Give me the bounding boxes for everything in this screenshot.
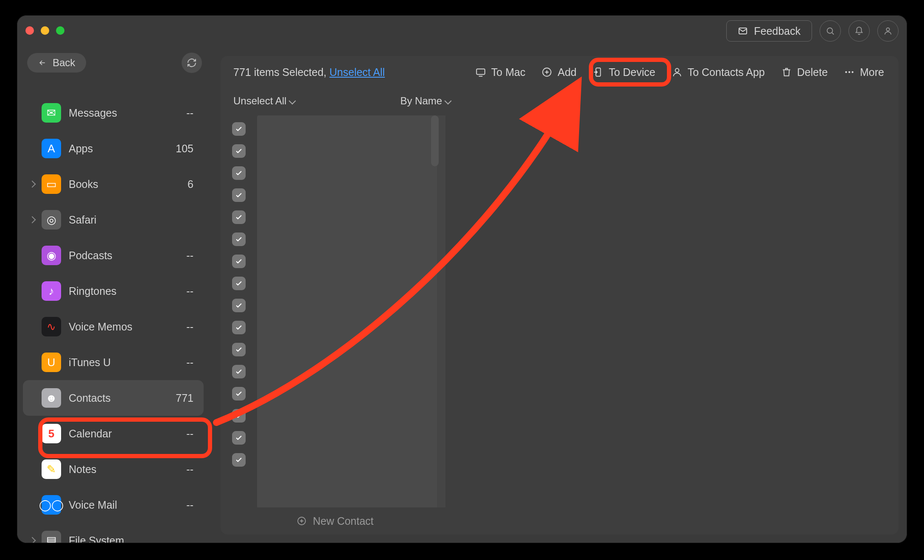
new-contact-button[interactable]: New Contact <box>221 507 450 535</box>
contact-row-checkbox[interactable] <box>232 343 246 356</box>
sidebar-item-safari[interactable]: ◎Safari <box>23 202 204 238</box>
sidebar-item-label: Safari <box>69 214 186 226</box>
search-icon <box>826 26 835 36</box>
content-panel: 771 items Selected, Unselect All To Mac … <box>221 56 899 535</box>
svg-point-8 <box>848 71 850 73</box>
check-icon <box>235 235 243 243</box>
search-button[interactable] <box>820 20 841 42</box>
sidebar-item-ringtones[interactable]: ♪Ringtones-- <box>23 273 204 309</box>
sidebar-item-apps[interactable]: AApps105 <box>23 131 204 166</box>
contact-list-panel[interactable] <box>257 115 437 507</box>
select-all-dropdown[interactable]: Unselect All <box>233 95 295 107</box>
sidebar-item-voicemail[interactable]: ◯◯Voice Mail-- <box>23 487 204 523</box>
feedback-button[interactable]: Feedback <box>726 20 812 42</box>
contact-row-checkbox[interactable] <box>232 210 246 224</box>
apps-icon: A <box>42 139 61 158</box>
contact-row-checkbox[interactable] <box>232 365 246 378</box>
sidebar-item-voicememos[interactable]: ∿Voice Memos-- <box>23 309 204 344</box>
close-window-button[interactable] <box>25 26 34 35</box>
back-label: Back <box>53 57 75 69</box>
sidebar-item-contacts[interactable]: ☻Contacts771 <box>23 380 204 416</box>
sort-label: By Name <box>400 95 442 107</box>
to-contacts-app-button[interactable]: To Contacts App <box>670 64 767 81</box>
sidebar-item-label: Books <box>69 178 180 190</box>
sidebar-header: Back <box>17 49 212 76</box>
sidebar-item-books[interactable]: ▭Books6 <box>23 166 204 202</box>
account-button[interactable] <box>877 20 899 42</box>
sidebar-item-messages[interactable]: ✉Messages-- <box>23 95 204 131</box>
list-subtoolbar: Unselect All By Name <box>221 88 899 114</box>
contact-row-checkbox[interactable] <box>232 299 246 312</box>
to-device-button[interactable]: To Device <box>591 64 657 81</box>
delete-button[interactable]: Delete <box>779 64 829 81</box>
check-icon <box>235 280 243 287</box>
contact-row-checkbox[interactable] <box>232 321 246 334</box>
contact-row-checkbox[interactable] <box>232 409 246 423</box>
toolbar: 771 items Selected, Unselect All To Mac … <box>221 56 899 88</box>
filesystem-icon: ▤ <box>42 531 61 543</box>
sidebar-item-count: -- <box>186 428 193 440</box>
to-device-label: To Device <box>609 66 655 78</box>
contact-row-checkbox[interactable] <box>232 431 246 445</box>
contact-row-checkbox[interactable] <box>232 166 246 180</box>
sidebar-item-itunesu[interactable]: UiTunes U-- <box>23 344 204 380</box>
chevron-down-icon <box>289 98 296 105</box>
check-icon <box>235 169 243 177</box>
minimize-window-button[interactable] <box>41 26 49 35</box>
unselect-all-link[interactable]: Unselect All <box>330 66 385 78</box>
list-scrollbar-track[interactable] <box>437 115 445 507</box>
contact-row-checkbox[interactable] <box>232 122 246 136</box>
svg-point-9 <box>851 71 853 73</box>
podcasts-icon: ◉ <box>42 246 61 265</box>
contact-row-checkbox[interactable] <box>232 232 246 246</box>
list-scrollbar-thumb[interactable] <box>431 115 439 166</box>
svg-point-7 <box>845 71 847 73</box>
more-button[interactable]: More <box>842 64 886 81</box>
back-button[interactable]: Back <box>27 53 86 73</box>
sidebar-item-label: Ringtones <box>69 285 179 297</box>
contact-row-checkbox[interactable] <box>232 453 246 467</box>
contact-row-checkbox[interactable] <box>232 188 246 202</box>
plus-circle-icon <box>541 67 552 78</box>
sidebar-item-label: Notes <box>69 463 179 476</box>
add-button[interactable]: Add <box>540 64 578 81</box>
sidebar-item-calendar[interactable]: 5Calendar-- <box>23 416 204 451</box>
check-icon <box>235 125 243 133</box>
sidebar-item-podcasts[interactable]: ◉Podcasts-- <box>23 238 204 273</box>
contact-row-checkbox[interactable] <box>232 387 246 400</box>
category-list: ✉Messages--AApps105▭Books6◎Safari◉Podcas… <box>17 95 212 543</box>
to-contacts-app-label: To Contacts App <box>688 66 765 78</box>
sidebar-item-label: Voice Memos <box>69 321 179 333</box>
sidebar-item-label: Voice Mail <box>69 499 179 511</box>
check-icon <box>235 412 243 420</box>
select-all-label: Unselect All <box>233 95 286 107</box>
fullscreen-window-button[interactable] <box>56 26 64 35</box>
add-label: Add <box>557 66 576 78</box>
sidebar-item-count: -- <box>186 499 193 511</box>
sidebar-item-notes[interactable]: ✎Notes-- <box>23 451 204 487</box>
safari-icon: ◎ <box>42 210 61 230</box>
notes-icon: ✎ <box>42 459 61 479</box>
checkbox-column <box>221 114 257 507</box>
refresh-icon <box>187 58 197 68</box>
sort-dropdown[interactable]: By Name <box>400 95 451 107</box>
check-icon <box>235 346 243 353</box>
refresh-button[interactable] <box>182 53 202 73</box>
sidebar-item-filesystem[interactable]: ▤File System <box>23 523 204 543</box>
sidebar-item-count: 771 <box>176 392 193 404</box>
app-window: Feedback Back <box>17 15 907 543</box>
svg-rect-3 <box>476 69 485 74</box>
sidebar-item-label: Apps <box>69 143 168 155</box>
trash-icon <box>781 67 792 78</box>
svg-point-1 <box>827 28 833 34</box>
new-contact-label: New Contact <box>313 515 373 527</box>
notifications-button[interactable] <box>848 20 870 42</box>
contact-row-checkbox[interactable] <box>232 277 246 290</box>
contact-row-checkbox[interactable] <box>232 144 246 158</box>
sidebar-item-count: -- <box>186 321 193 333</box>
contact-row-checkbox[interactable] <box>232 255 246 268</box>
delete-label: Delete <box>797 66 828 78</box>
to-mac-button[interactable]: To Mac <box>473 64 527 81</box>
selection-status: 771 items Selected, Unselect All <box>233 66 385 78</box>
check-icon <box>235 434 243 442</box>
